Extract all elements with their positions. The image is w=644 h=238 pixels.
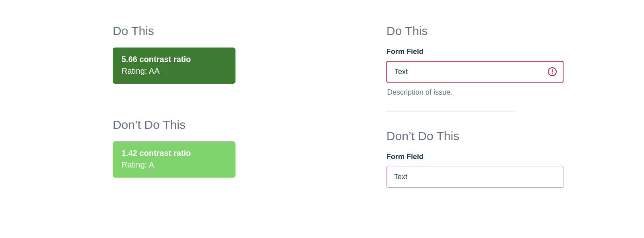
form-field-help-text: Description of issue. [387,88,568,97]
contrast-rating-value: Rating: AA [122,66,227,76]
form-field-wrap [386,61,564,83]
form-field-input[interactable] [386,166,564,188]
dont-do-this-heading: Don’t Do This [386,129,568,143]
do-this-heading: Do This [386,24,568,38]
svg-point-2 [552,73,553,74]
do-this-heading: Do This [113,24,294,38]
contrast-ratio-value: 1.42 contrast ratio [122,149,227,158]
alert-circle-icon [547,67,557,77]
contrast-swatch-bad: 1.42 contrast ratio Rating: A [113,141,235,178]
form-examples-column: Do This Form Field Description of issue.… [386,24,568,188]
contrast-ratio-value: 5.66 contrast ratio [122,55,227,64]
contrast-swatch-good: 5.66 contrast ratio Rating: AA [113,48,235,84]
form-field-input[interactable] [386,61,564,83]
form-field-label: Form Field [386,48,568,56]
form-field-label: Form Field [386,153,568,161]
divider [386,111,515,112]
divider [113,100,235,100]
dont-do-this-heading: Don’t Do This [113,118,294,132]
form-field-wrap [386,166,564,188]
contrast-rating-value: Rating: A [122,160,227,170]
contrast-examples-column: Do This 5.66 contrast ratio Rating: AA D… [113,24,294,194]
